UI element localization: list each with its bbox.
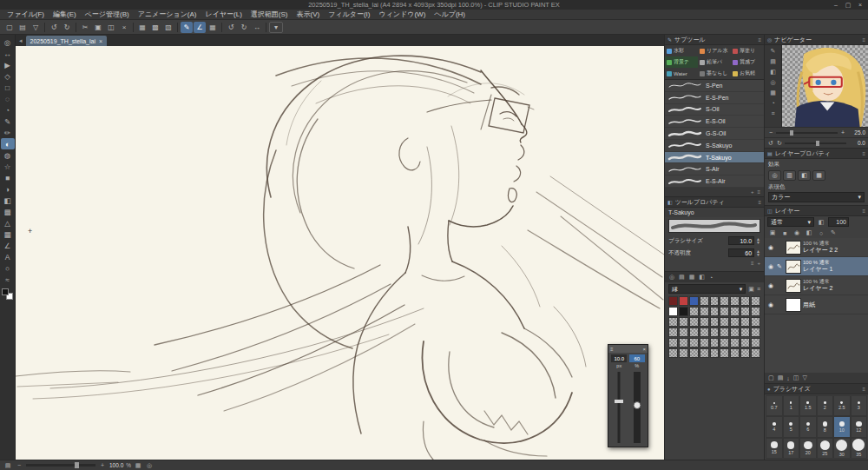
maximize-button[interactable]: ▢ bbox=[842, 2, 854, 9]
snap-grid-icon[interactable]: ▦ bbox=[207, 22, 219, 33]
color-chip[interactable] bbox=[720, 328, 729, 337]
color-chip[interactable] bbox=[751, 296, 760, 306]
airbrush-tool[interactable]: ◍ bbox=[1, 149, 15, 161]
extract-line-icon[interactable]: ◧ bbox=[798, 170, 811, 181]
zoom-slider[interactable] bbox=[26, 464, 95, 467]
panel-list-icon[interactable]: ▤ bbox=[766, 56, 780, 66]
open-file-icon[interactable]: ▤ bbox=[16, 22, 29, 33]
color-chip[interactable] bbox=[720, 307, 729, 316]
pin-icon[interactable]: ◉ bbox=[792, 229, 802, 236]
border-effect-icon[interactable]: ◎ bbox=[768, 170, 781, 181]
zoom-in-icon[interactable]: + bbox=[98, 462, 107, 468]
pen-settings-icon[interactable]: ✎ bbox=[766, 46, 780, 56]
brush-size-stepper[interactable]: ▲▼ bbox=[756, 237, 760, 244]
brush-size-cell[interactable]: 6 bbox=[799, 416, 817, 437]
navigator-thumbnail[interactable] bbox=[782, 45, 868, 127]
subtool-group[interactable]: 墨ならし bbox=[698, 68, 731, 79]
subtool-group[interactable]: 水彩 bbox=[665, 45, 698, 56]
brush-size-cell[interactable]: 8 bbox=[817, 416, 834, 437]
floating-brush-slider-palette[interactable]: ≡ × 10.0 px 60 % bbox=[608, 344, 648, 447]
intermediate-color-icon[interactable]: ◧ bbox=[699, 274, 705, 281]
color-chip[interactable] bbox=[740, 317, 750, 327]
color-chip[interactable] bbox=[730, 338, 740, 348]
brush-size-menu-icon[interactable]: ≡ bbox=[862, 387, 865, 392]
navigator-zoom-slider[interactable] bbox=[776, 132, 838, 134]
ruler-tool[interactable]: ∠ bbox=[1, 240, 15, 251]
main-color-swatches[interactable] bbox=[2, 288, 13, 300]
color-set-menu-icon[interactable]: ≡ bbox=[757, 286, 760, 292]
new-layer-icon[interactable]: ▢ bbox=[768, 374, 774, 381]
floating-size-value[interactable]: 10.0 bbox=[611, 354, 627, 362]
color-chip[interactable] bbox=[668, 338, 678, 348]
foreground-color-swatch[interactable] bbox=[2, 288, 9, 295]
floating-opacity-knob[interactable] bbox=[633, 401, 641, 409]
menu-file[interactable]: ファイル(F) bbox=[3, 10, 49, 19]
draft-icon[interactable]: ✎ bbox=[828, 229, 838, 236]
zoom-out-icon[interactable]: − bbox=[15, 462, 23, 468]
lock-icon[interactable]: ■ bbox=[779, 230, 790, 236]
brush-item[interactable]: S-Sakuyo bbox=[665, 140, 764, 152]
tab-scroll-icon[interactable]: ◂ bbox=[17, 37, 24, 44]
drag-handle-icon[interactable]: ≡ bbox=[610, 347, 614, 352]
menu-edit[interactable]: 編集(E) bbox=[49, 10, 81, 19]
apply-mask-icon[interactable]: ◫ bbox=[793, 374, 799, 381]
brush-size-cell[interactable]: 2 bbox=[817, 395, 834, 416]
color-chip[interactable] bbox=[730, 317, 740, 327]
brush-item[interactable]: E-S-Air bbox=[665, 175, 764, 188]
layer-panel-menu-icon[interactable]: ≡ bbox=[862, 209, 865, 214]
floating-palette-titlebar[interactable]: ≡ × bbox=[608, 345, 648, 353]
brush-size-cell[interactable]: 3 bbox=[851, 395, 868, 416]
register-initial-icon[interactable]: + bbox=[757, 261, 760, 266]
subtool-group[interactable]: 厚塗り bbox=[731, 45, 764, 56]
layer-item[interactable]: ◉✎100 % 通常レイヤー 1 bbox=[765, 257, 868, 276]
brush-size-cell[interactable]: 10 bbox=[833, 416, 851, 437]
color-chip[interactable] bbox=[720, 296, 729, 306]
color-chip[interactable] bbox=[751, 307, 760, 316]
balloon-tool[interactable]: ○ bbox=[1, 262, 15, 274]
color-chip[interactable] bbox=[700, 317, 709, 327]
rotate-right-icon[interactable]: ↻ bbox=[238, 22, 250, 33]
property-detail-icon[interactable]: ≡ bbox=[751, 261, 754, 266]
color-chip[interactable] bbox=[740, 307, 750, 316]
layer-panel-header[interactable]: ◫ レイヤー ≡ bbox=[765, 206, 868, 216]
merge-down-icon[interactable]: ↓ bbox=[786, 375, 790, 381]
color-chip[interactable] bbox=[751, 317, 760, 327]
brush-item[interactable]: T-Sakuyo bbox=[665, 152, 764, 164]
navigator-rotate-right-icon[interactable]: ↻ bbox=[776, 140, 783, 147]
floating-size-handle[interactable] bbox=[615, 400, 623, 403]
document-tab[interactable]: 20250519_TH_stella_lai × bbox=[26, 36, 108, 46]
floating-size-slider[interactable] bbox=[613, 370, 625, 445]
line-correction-tool[interactable]: ≈ bbox=[1, 274, 15, 285]
navigator-header[interactable]: ◎ ナビゲーター ≡ bbox=[765, 35, 868, 45]
pencil-tool[interactable]: ✏ bbox=[1, 127, 15, 138]
layer-item[interactable]: ◉100 % 通常レイヤー 2 bbox=[765, 276, 868, 295]
layer-visibility-eye-icon[interactable]: ◉ bbox=[766, 263, 775, 270]
color-set-lock-icon[interactable]: ▣ bbox=[748, 286, 754, 293]
brush-tool[interactable]: ◐ bbox=[1, 138, 15, 149]
cut-icon[interactable]: ✂ bbox=[79, 22, 91, 33]
layer-visibility-eye-icon[interactable]: ◉ bbox=[766, 282, 775, 289]
color-chip[interactable] bbox=[689, 317, 699, 327]
subtool-panel-header[interactable]: ✎ サブツール ≡ bbox=[665, 35, 764, 45]
color-chip[interactable] bbox=[710, 328, 720, 337]
clip-icon[interactable]: ◧ bbox=[804, 229, 814, 236]
history-icon[interactable]: ◔ bbox=[766, 98, 780, 108]
floating-close-icon[interactable]: × bbox=[642, 347, 646, 352]
reset-view-icon[interactable]: ◎ bbox=[145, 462, 154, 469]
color-chip[interactable] bbox=[710, 296, 720, 306]
brush-item[interactable]: S-Oil bbox=[665, 104, 764, 116]
subtool-panel-menu-icon[interactable]: ≡ bbox=[758, 37, 761, 43]
add-subtool-icon[interactable]: + bbox=[751, 189, 754, 195]
reference-icon[interactable]: ○ bbox=[816, 230, 826, 236]
layer-move-tool[interactable]: ◇ bbox=[1, 70, 15, 82]
color-chip[interactable] bbox=[679, 328, 688, 337]
menu-filter[interactable]: フィルター(I) bbox=[324, 10, 374, 19]
eyedropper-tool[interactable]: ◔ bbox=[1, 104, 15, 116]
color-chip[interactable] bbox=[700, 328, 709, 337]
rotate-left-icon[interactable]: ↺ bbox=[225, 22, 237, 33]
subtool-group[interactable]: リアル水 bbox=[698, 45, 731, 56]
navigator-rotate-slider[interactable] bbox=[785, 142, 846, 144]
menu-help[interactable]: ヘルプ(H) bbox=[430, 10, 470, 19]
snap-pen-icon[interactable]: ✎ bbox=[181, 22, 193, 33]
layer-item[interactable]: ◉100 % 通常レイヤー 2 2 bbox=[765, 238, 868, 257]
